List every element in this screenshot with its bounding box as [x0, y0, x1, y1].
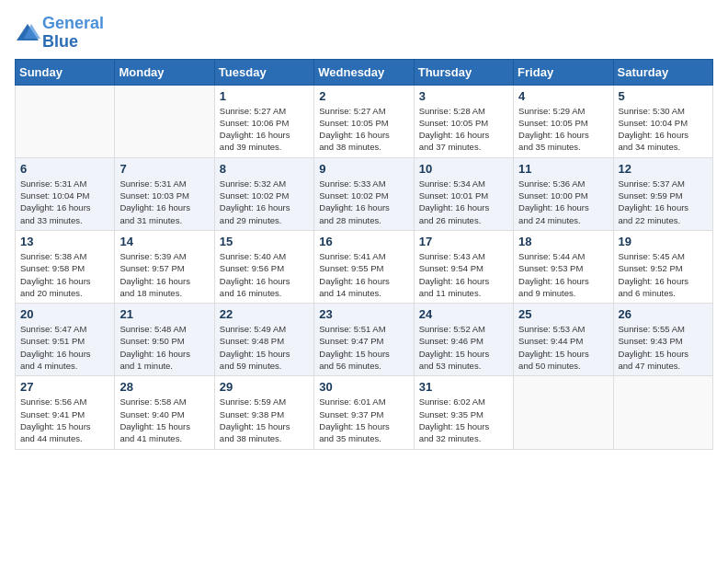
day-cell: 27Sunrise: 5:56 AM Sunset: 9:41 PM Dayli… [16, 376, 115, 449]
day-cell: 26Sunrise: 5:55 AM Sunset: 9:43 PM Dayli… [613, 304, 712, 376]
day-cell: 6Sunrise: 5:31 AM Sunset: 10:04 PM Dayli… [16, 157, 115, 230]
day-info: Sunrise: 5:36 AM Sunset: 10:00 PM Daylig… [518, 178, 608, 226]
day-number: 7 [119, 162, 209, 176]
day-cell: 12Sunrise: 5:37 AM Sunset: 9:59 PM Dayli… [613, 157, 712, 230]
day-number: 4 [518, 89, 608, 103]
day-number: 28 [119, 380, 209, 394]
day-info: Sunrise: 5:40 AM Sunset: 9:56 PM Dayligh… [220, 250, 309, 299]
day-info: Sunrise: 5:44 AM Sunset: 9:53 PM Dayligh… [518, 250, 608, 299]
day-info: Sunrise: 5:48 AM Sunset: 9:50 PM Dayligh… [119, 323, 209, 372]
day-info: Sunrise: 5:53 AM Sunset: 9:44 PM Dayligh… [518, 323, 608, 372]
week-row-5: 27Sunrise: 5:56 AM Sunset: 9:41 PM Dayli… [16, 376, 713, 449]
day-cell: 19Sunrise: 5:45 AM Sunset: 9:52 PM Dayli… [613, 230, 712, 303]
day-info: Sunrise: 5:47 AM Sunset: 9:51 PM Dayligh… [20, 323, 109, 372]
day-number: 21 [119, 307, 209, 321]
day-number: 25 [518, 307, 608, 321]
weekday-header-thursday: Thursday [414, 59, 513, 85]
day-number: 18 [518, 235, 608, 248]
day-number: 9 [319, 162, 408, 176]
header: General Blue [15, 15, 713, 52]
day-cell: 24Sunrise: 5:52 AM Sunset: 9:46 PM Dayli… [414, 304, 513, 376]
weekday-header-row: SundayMondayTuesdayWednesdayThursdayFrid… [16, 59, 713, 85]
day-info: Sunrise: 5:29 AM Sunset: 10:05 PM Daylig… [518, 105, 608, 154]
day-cell: 17Sunrise: 5:43 AM Sunset: 9:54 PM Dayli… [414, 230, 513, 303]
day-cell: 14Sunrise: 5:39 AM Sunset: 9:57 PM Dayli… [115, 230, 214, 303]
day-info: Sunrise: 5:39 AM Sunset: 9:57 PM Dayligh… [119, 250, 209, 299]
day-number: 26 [619, 307, 708, 321]
day-info: Sunrise: 5:55 AM Sunset: 9:43 PM Dayligh… [619, 323, 708, 372]
day-info: Sunrise: 5:49 AM Sunset: 9:48 PM Dayligh… [220, 323, 309, 372]
day-info: Sunrise: 5:37 AM Sunset: 9:59 PM Dayligh… [619, 178, 708, 226]
weekday-header-friday: Friday [514, 59, 613, 85]
day-cell: 8Sunrise: 5:32 AM Sunset: 10:02 PM Dayli… [214, 157, 313, 230]
day-cell: 28Sunrise: 5:58 AM Sunset: 9:40 PM Dayli… [115, 376, 214, 449]
day-info: Sunrise: 5:58 AM Sunset: 9:40 PM Dayligh… [119, 396, 209, 444]
day-info: Sunrise: 5:32 AM Sunset: 10:02 PM Daylig… [220, 178, 309, 226]
day-cell: 30Sunrise: 6:01 AM Sunset: 9:37 PM Dayli… [314, 376, 414, 449]
day-number: 30 [319, 380, 408, 394]
logo-text: General Blue [42, 15, 104, 52]
day-number: 12 [619, 162, 708, 176]
day-cell: 21Sunrise: 5:48 AM Sunset: 9:50 PM Dayli… [115, 304, 214, 376]
day-info: Sunrise: 5:43 AM Sunset: 9:54 PM Dayligh… [419, 250, 508, 299]
day-cell: 2Sunrise: 5:27 AM Sunset: 10:05 PM Dayli… [314, 85, 414, 157]
day-info: Sunrise: 5:41 AM Sunset: 9:55 PM Dayligh… [319, 250, 408, 299]
day-cell [613, 376, 712, 449]
day-info: Sunrise: 5:51 AM Sunset: 9:47 PM Dayligh… [319, 323, 408, 372]
day-cell [514, 376, 613, 449]
day-cell: 3Sunrise: 5:28 AM Sunset: 10:05 PM Dayli… [414, 85, 513, 157]
weekday-header-monday: Monday [115, 59, 214, 85]
day-info: Sunrise: 5:38 AM Sunset: 9:58 PM Dayligh… [20, 250, 109, 299]
day-cell: 10Sunrise: 5:34 AM Sunset: 10:01 PM Dayl… [414, 157, 513, 230]
day-cell: 18Sunrise: 5:44 AM Sunset: 9:53 PM Dayli… [514, 230, 613, 303]
day-number: 27 [20, 380, 109, 394]
day-number: 2 [319, 89, 408, 103]
day-cell: 11Sunrise: 5:36 AM Sunset: 10:00 PM Dayl… [514, 157, 613, 230]
weekday-header-sunday: Sunday [16, 59, 115, 85]
day-cell: 1Sunrise: 5:27 AM Sunset: 10:06 PM Dayli… [214, 85, 313, 157]
day-number: 13 [20, 235, 109, 248]
day-info: Sunrise: 5:34 AM Sunset: 10:01 PM Daylig… [419, 178, 508, 226]
week-row-2: 6Sunrise: 5:31 AM Sunset: 10:04 PM Dayli… [16, 157, 713, 230]
day-cell [16, 85, 115, 157]
day-cell: 9Sunrise: 5:33 AM Sunset: 10:02 PM Dayli… [314, 157, 414, 230]
day-info: Sunrise: 5:27 AM Sunset: 10:05 PM Daylig… [319, 105, 408, 154]
day-number: 14 [119, 235, 209, 248]
day-cell: 29Sunrise: 5:59 AM Sunset: 9:38 PM Dayli… [214, 376, 313, 449]
day-number: 16 [319, 235, 408, 248]
day-info: Sunrise: 5:59 AM Sunset: 9:38 PM Dayligh… [220, 396, 309, 444]
day-number: 22 [220, 307, 309, 321]
day-number: 15 [220, 235, 309, 248]
day-number: 20 [20, 307, 109, 321]
day-cell: 16Sunrise: 5:41 AM Sunset: 9:55 PM Dayli… [314, 230, 414, 303]
day-number: 6 [20, 162, 109, 176]
day-number: 8 [220, 162, 309, 176]
day-cell: 20Sunrise: 5:47 AM Sunset: 9:51 PM Dayli… [16, 304, 115, 376]
day-info: Sunrise: 5:28 AM Sunset: 10:05 PM Daylig… [419, 105, 508, 154]
day-cell: 15Sunrise: 5:40 AM Sunset: 9:56 PM Dayli… [214, 230, 313, 303]
day-cell [115, 85, 214, 157]
day-info: Sunrise: 6:01 AM Sunset: 9:37 PM Dayligh… [319, 396, 408, 444]
weekday-header-tuesday: Tuesday [214, 59, 313, 85]
day-info: Sunrise: 5:27 AM Sunset: 10:06 PM Daylig… [220, 105, 309, 154]
weekday-header-saturday: Saturday [613, 59, 712, 85]
day-cell: 25Sunrise: 5:53 AM Sunset: 9:44 PM Dayli… [514, 304, 613, 376]
day-number: 1 [220, 89, 309, 103]
day-number: 19 [619, 235, 708, 248]
day-info: Sunrise: 6:02 AM Sunset: 9:35 PM Dayligh… [419, 396, 508, 444]
calendar-table: SundayMondayTuesdayWednesdayThursdayFrid… [15, 59, 713, 450]
day-cell: 31Sunrise: 6:02 AM Sunset: 9:35 PM Dayli… [414, 376, 513, 449]
day-cell: 23Sunrise: 5:51 AM Sunset: 9:47 PM Dayli… [314, 304, 414, 376]
day-cell: 4Sunrise: 5:29 AM Sunset: 10:05 PM Dayli… [514, 85, 613, 157]
day-number: 23 [319, 307, 408, 321]
page-container: General Blue SundayMondayTuesdayWednesda… [0, 0, 728, 457]
day-info: Sunrise: 5:52 AM Sunset: 9:46 PM Dayligh… [419, 323, 508, 372]
week-row-3: 13Sunrise: 5:38 AM Sunset: 9:58 PM Dayli… [16, 230, 713, 303]
weekday-header-wednesday: Wednesday [314, 59, 414, 85]
day-info: Sunrise: 5:30 AM Sunset: 10:04 PM Daylig… [619, 105, 708, 154]
week-row-1: 1Sunrise: 5:27 AM Sunset: 10:06 PM Dayli… [16, 85, 713, 157]
day-number: 31 [419, 380, 508, 394]
day-cell: 7Sunrise: 5:31 AM Sunset: 10:03 PM Dayli… [115, 157, 214, 230]
day-cell: 13Sunrise: 5:38 AM Sunset: 9:58 PM Dayli… [16, 230, 115, 303]
logo: General Blue [15, 15, 104, 52]
